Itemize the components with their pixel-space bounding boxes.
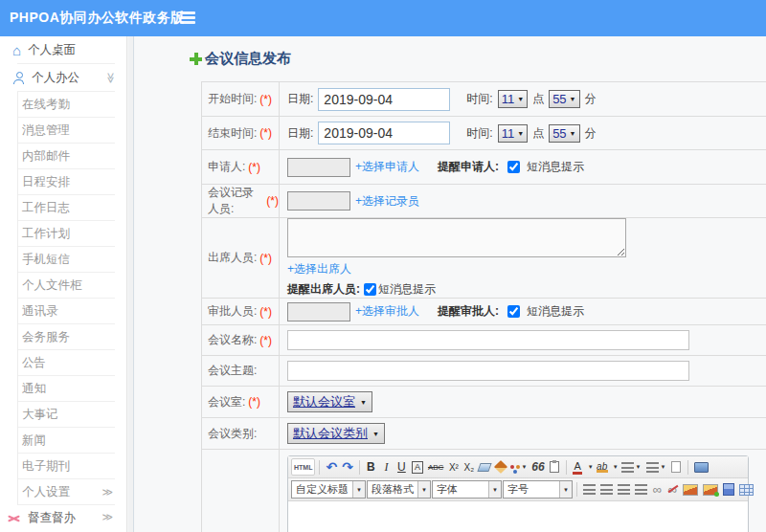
field-label: 开始时间: bbox=[208, 91, 257, 107]
italic-button[interactable]: I bbox=[379, 458, 394, 476]
eraser-button[interactable] bbox=[477, 458, 492, 476]
align-left-button[interactable] bbox=[581, 481, 597, 499]
meeting-name-input[interactable] bbox=[287, 330, 689, 350]
unordered-list-button[interactable]: ▼ bbox=[644, 458, 668, 476]
add-icon bbox=[190, 53, 202, 65]
approver-input[interactable] bbox=[287, 302, 350, 321]
heading-select[interactable]: 自定义标题▼ bbox=[291, 480, 366, 499]
highlight-color-button[interactable]: ab bbox=[595, 458, 610, 476]
required-marker: (*) bbox=[248, 161, 260, 174]
format-painter-icon bbox=[510, 465, 514, 469]
remove-link-button[interactable]: ∞ bbox=[665, 481, 680, 499]
required-marker: (*) bbox=[259, 334, 272, 347]
editor-content-area[interactable] bbox=[288, 501, 748, 532]
sidebar-item-attendance[interactable]: 在线考勤 bbox=[18, 92, 126, 118]
start-time-row: 开始时间:(*) 日期: 时间: 11 ▼ 点 55 ▼ 分 bbox=[202, 82, 766, 117]
end-hour-select[interactable]: 11 ▼ bbox=[498, 124, 528, 143]
chevron-down-icon: ▼ bbox=[588, 464, 594, 470]
choose-attendees-link[interactable]: +选择出席人 bbox=[287, 261, 351, 277]
undo-button[interactable]: ↶ bbox=[324, 458, 339, 476]
paragraph-format-select[interactable]: 段落格式▼ bbox=[367, 480, 431, 499]
chevron-down-icon: ▼ bbox=[613, 464, 619, 470]
sidebar-item-work-log[interactable]: 工作日志 bbox=[18, 195, 126, 221]
sidebar-item-label: 个人桌面 bbox=[28, 42, 76, 58]
blockquote-button[interactable]: 66 bbox=[529, 458, 546, 476]
end-minute-select[interactable]: 55 ▼ bbox=[549, 124, 579, 143]
choose-approver-link[interactable]: +选择审批人 bbox=[355, 303, 419, 320]
end-date-input[interactable] bbox=[318, 122, 450, 144]
html-source-button[interactable]: HTML bbox=[291, 458, 315, 476]
insert-link-button[interactable]: ∞ bbox=[650, 481, 665, 499]
recorder-input[interactable] bbox=[287, 191, 350, 211]
start-hour-select[interactable]: 11 ▼ bbox=[498, 90, 528, 108]
sidebar-item-office[interactable]: 个人办公 ≫ bbox=[0, 64, 126, 92]
paste-button[interactable] bbox=[548, 458, 562, 476]
bold-button[interactable]: B bbox=[364, 458, 378, 476]
sidebar-item-memorabilia[interactable]: 大事记 bbox=[18, 402, 126, 428]
meeting-category-select[interactable]: 默认会议类别 ▼ bbox=[287, 423, 385, 444]
chevron-down-icon: ▼ bbox=[417, 481, 430, 498]
sidebar-item-supervision[interactable]: 督查督办 ≫ bbox=[0, 505, 126, 531]
approver-sms-checkbox[interactable] bbox=[507, 305, 520, 318]
start-minute-select[interactable]: 55 ▼ bbox=[549, 90, 579, 108]
menu-icon[interactable] bbox=[180, 11, 195, 25]
sidebar-item-announcement[interactable]: 公告 bbox=[18, 350, 126, 376]
home-icon: ⌂ bbox=[12, 43, 21, 57]
image-icon bbox=[683, 484, 698, 496]
blank-page-icon bbox=[671, 461, 681, 473]
font-color-button[interactable]: A bbox=[571, 458, 585, 476]
hour-unit-label: 点 bbox=[532, 125, 544, 142]
applicant-sms-checkbox[interactable] bbox=[507, 161, 520, 173]
meeting-subject-input[interactable] bbox=[287, 361, 689, 381]
sidebar-item-schedule[interactable]: 日程安排 bbox=[18, 169, 126, 195]
align-right-button[interactable] bbox=[616, 481, 632, 499]
font-size-select[interactable]: 字号▼ bbox=[503, 480, 573, 499]
sidebar-item-notice[interactable]: 通知 bbox=[18, 376, 126, 402]
start-date-input[interactable] bbox=[318, 88, 450, 111]
sidebar-item-news[interactable]: 新闻 bbox=[18, 428, 126, 454]
meeting-room-select[interactable]: 默认会议室 ▼ bbox=[287, 391, 372, 412]
page-title-text: 会议信息发布 bbox=[205, 50, 291, 68]
insert-table-button[interactable] bbox=[737, 481, 755, 499]
approver-row: 审批人员:(*) +选择审批人 提醒审批人: 短消息提示 bbox=[202, 299, 766, 325]
sidebar-item-sms[interactable]: 手机短信 bbox=[18, 247, 126, 273]
attendees-sms-checkbox[interactable] bbox=[364, 283, 376, 296]
inline-style-button[interactable]: A bbox=[410, 458, 425, 476]
underline-button[interactable]: U bbox=[394, 458, 409, 476]
ordered-list-button[interactable]: ▼ bbox=[620, 458, 643, 476]
sms-hint-label: 短消息提示 bbox=[527, 159, 584, 175]
chevron-down-icon: ▼ bbox=[517, 130, 524, 137]
sidebar-item-e-journal[interactable]: 电子期刊 bbox=[18, 454, 126, 479]
insert-media-button[interactable] bbox=[721, 481, 736, 499]
strikethrough-button[interactable]: ABC bbox=[426, 458, 445, 476]
sidebar-item-file-cabinet[interactable]: 个人文件柜 bbox=[18, 273, 126, 299]
justify-button[interactable] bbox=[633, 481, 649, 499]
chevron-down-icon: ▼ bbox=[521, 464, 527, 470]
chevron-down-icon: ▼ bbox=[570, 130, 576, 137]
format-painter-button[interactable]: ▼ bbox=[508, 458, 529, 476]
redo-button[interactable]: ↷ bbox=[340, 458, 355, 476]
superscript-button[interactable]: X² bbox=[446, 458, 461, 476]
font-family-select[interactable]: 字体▼ bbox=[432, 480, 502, 499]
insert-image-button[interactable] bbox=[681, 481, 700, 499]
sidebar-item-contacts[interactable]: 通讯录 bbox=[18, 299, 126, 324]
sidebar-item-messages[interactable]: 消息管理 bbox=[18, 118, 126, 144]
sidebar-item-work-plan[interactable]: 工作计划 bbox=[18, 221, 126, 247]
fullscreen-button[interactable] bbox=[692, 458, 710, 476]
align-center-icon bbox=[600, 484, 613, 495]
sidebar-item-conference-service[interactable]: 会务服务 bbox=[18, 324, 126, 350]
attendees-textarea[interactable] bbox=[287, 218, 626, 257]
applicant-input[interactable] bbox=[287, 158, 350, 177]
sidebar-item-personal-settings[interactable]: 个人设置 ≫ bbox=[18, 479, 126, 505]
chevron-down-icon: ▼ bbox=[559, 481, 572, 498]
choose-recorder-link[interactable]: +选择记录员 bbox=[355, 193, 419, 210]
minute-unit-label: 分 bbox=[585, 125, 597, 142]
clear-format-button[interactable] bbox=[493, 458, 507, 476]
upload-image-button[interactable] bbox=[701, 481, 720, 499]
subscript-button[interactable]: X₂ bbox=[462, 458, 476, 476]
sidebar-item-internal-mail[interactable]: 内部邮件 bbox=[18, 144, 126, 169]
align-center-button[interactable] bbox=[598, 481, 615, 499]
new-page-button[interactable] bbox=[669, 458, 684, 476]
choose-applicant-link[interactable]: +选择申请人 bbox=[355, 159, 419, 175]
sidebar-item-desktop[interactable]: ⌂ 个人桌面 bbox=[0, 36, 126, 64]
